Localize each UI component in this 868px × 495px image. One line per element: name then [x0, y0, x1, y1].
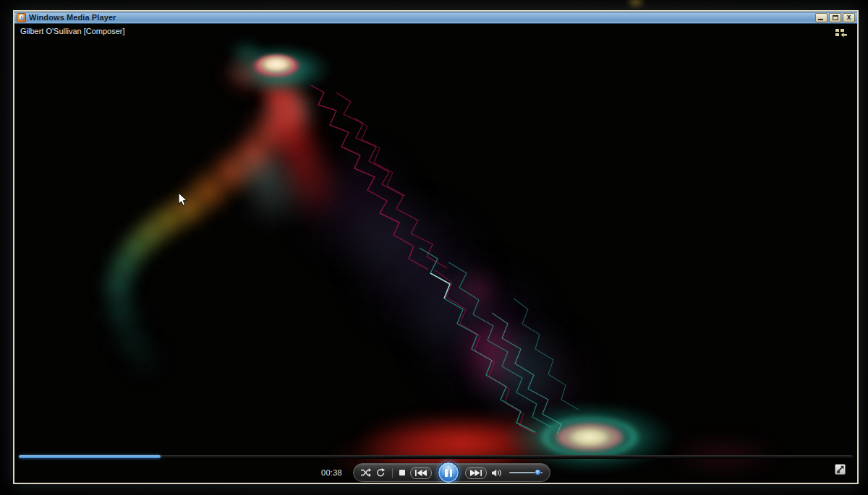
- mouse-cursor: [178, 192, 188, 210]
- photo-light-artifact: [626, 0, 645, 9]
- pause-button[interactable]: [438, 462, 459, 483]
- window-title: Windows Media Player: [29, 13, 116, 22]
- speaker-icon: [492, 469, 502, 477]
- seek-progress: [19, 455, 161, 458]
- volume-slider[interactable]: [509, 469, 542, 476]
- previous-icon: [415, 470, 427, 476]
- full-screen-icon: [835, 465, 845, 474]
- viz-lightning-layer: [14, 24, 857, 483]
- library-grid-icon: [835, 28, 848, 39]
- track-info-label: Gilbert O'Sullivan [Composer]: [20, 27, 125, 35]
- switch-to-library-button[interactable]: [835, 28, 848, 42]
- shuffle-icon: [361, 468, 371, 477]
- shuffle-button[interactable]: [361, 468, 371, 477]
- arrow-cursor-icon: [178, 192, 188, 207]
- visualization-canvas: [14, 24, 857, 483]
- seek-bar[interactable]: [19, 455, 853, 459]
- close-icon: x: [847, 14, 851, 21]
- now-playing-view: Gilbert O'Sullivan [Composer]: [14, 24, 857, 483]
- minimize-button[interactable]: [815, 13, 827, 22]
- mute-button[interactable]: [492, 469, 502, 477]
- full-screen-button[interactable]: [835, 464, 846, 475]
- titlebar[interactable]: Windows Media Player x: [14, 12, 857, 24]
- maximize-button[interactable]: [829, 13, 841, 22]
- next-icon: [470, 470, 482, 476]
- elapsed-time: 00:38: [321, 468, 342, 477]
- maximize-icon: [833, 15, 838, 20]
- repeat-icon: [376, 468, 386, 477]
- volume-thumb[interactable]: [535, 469, 541, 475]
- close-button[interactable]: x: [843, 13, 855, 22]
- wmp-window: Windows Media Player x Gilbert O'Sulliva…: [13, 10, 859, 484]
- stop-button[interactable]: [399, 470, 405, 475]
- pause-icon: [438, 462, 459, 483]
- window-controls: x: [815, 13, 855, 22]
- previous-button[interactable]: [410, 467, 432, 479]
- control-pill: [353, 463, 550, 482]
- stop-icon: [399, 470, 405, 475]
- control-separator: [392, 468, 393, 478]
- next-button[interactable]: [465, 467, 487, 479]
- wmp-app-icon: [17, 13, 26, 22]
- transport-controls: 00:38: [14, 462, 857, 483]
- minimize-icon: [818, 19, 823, 20]
- repeat-button[interactable]: [376, 468, 386, 477]
